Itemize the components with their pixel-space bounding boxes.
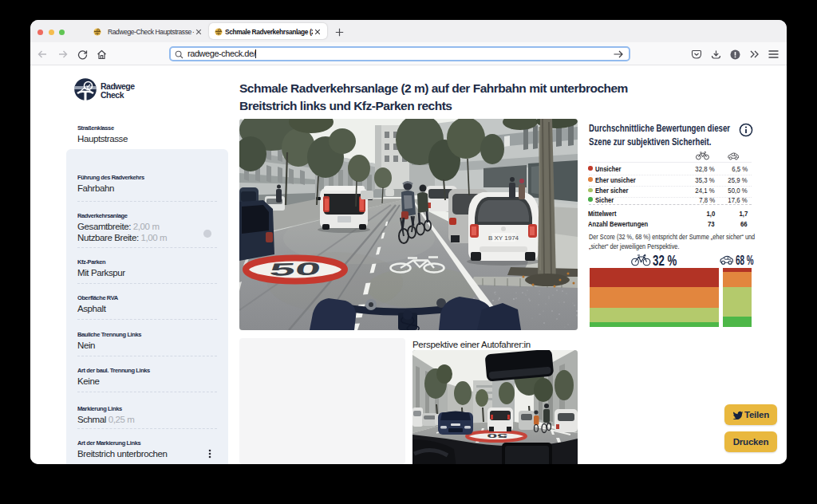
svg-text:50: 50 — [268, 259, 322, 279]
svg-text:B XY 1974: B XY 1974 — [488, 234, 519, 242]
svg-text:50: 50 — [487, 432, 507, 439]
